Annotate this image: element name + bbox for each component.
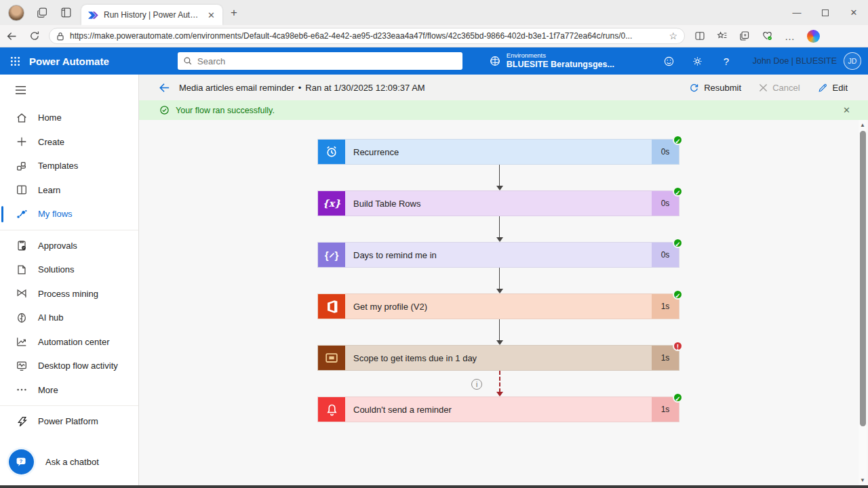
- sidebar-item-label: Automation center: [38, 337, 110, 347]
- sidebar-item-label: Learn: [38, 185, 60, 195]
- power-platform-icon: [15, 415, 28, 428]
- address-bar[interactable]: https://make.powerautomate.com/environme…: [49, 28, 685, 44]
- edit-button[interactable]: Edit: [818, 83, 848, 93]
- browser-profile-avatar[interactable]: [8, 5, 24, 21]
- status-badge: ✓: [673, 135, 683, 145]
- sidebar-item-create[interactable]: Create: [0, 130, 138, 155]
- status-badge: ✓: [673, 238, 683, 248]
- sidebar-item-label: Create: [38, 137, 64, 147]
- sidebar-item-home[interactable]: Home: [0, 106, 138, 130]
- book-icon: [15, 184, 28, 196]
- sidebar-item-more[interactable]: More: [0, 378, 138, 403]
- more-icon: [15, 384, 28, 396]
- app-title[interactable]: Power Automate: [29, 56, 109, 67]
- vertical-scrollbar[interactable]: ▲ ▼: [859, 120, 867, 485]
- flow-step-recurrence[interactable]: Recurrence 0s ✓: [317, 139, 679, 165]
- step-label: Scope to get items due in 1 day: [345, 346, 652, 370]
- flow-step-build-table-rows[interactable]: {x} Build Table Rows 0s ✓: [317, 190, 679, 216]
- resubmit-label: Resubmit: [704, 83, 741, 93]
- split-screen-icon[interactable]: [694, 30, 705, 41]
- global-search[interactable]: [178, 52, 462, 70]
- connector-arrow: [496, 319, 503, 345]
- step-label: Recurrence: [345, 140, 652, 164]
- browser-essentials-icon[interactable]: [762, 30, 773, 41]
- status-badge: ✓: [673, 392, 683, 403]
- run-timestamp: Ran at 1/30/2025 12:09:37 AM: [305, 83, 425, 93]
- sidebar-item-label: Home: [38, 113, 62, 123]
- sidebar-item-ai-hub[interactable]: AI hub: [0, 306, 138, 330]
- cancel-button[interactable]: Cancel: [759, 83, 800, 93]
- scrollbar-thumb[interactable]: [860, 131, 866, 426]
- toolbar-overflow-icon[interactable]: …: [785, 30, 795, 42]
- info-icon[interactable]: i: [471, 379, 482, 390]
- sidebar-item-automation-center[interactable]: Automation center: [0, 330, 138, 354]
- banner-close-icon[interactable]: ✕: [843, 105, 850, 115]
- bookmark-star-icon[interactable]: ☆: [669, 30, 677, 41]
- solutions-icon: [15, 264, 28, 276]
- sidebar-item-approvals[interactable]: Approvals: [0, 234, 138, 258]
- browser-toolbar: https://make.powerautomate.com/environme…: [0, 25, 868, 47]
- status-badge: ✓: [673, 289, 683, 300]
- templates-icon: [15, 160, 28, 172]
- sidebar-item-process-mining[interactable]: Process mining: [0, 282, 138, 306]
- user-name[interactable]: John Doe | BLUESITE: [753, 56, 837, 66]
- tab-close-icon[interactable]: ✕: [205, 10, 217, 20]
- environment-name: BLUESITE Beratungsges...: [507, 60, 614, 69]
- resubmit-button[interactable]: Resubmit: [689, 83, 741, 93]
- browser-tabstrip: Run History | Power Automate ✕ + — ✕: [0, 0, 868, 25]
- bell-icon: [318, 397, 345, 422]
- browser-tab[interactable]: Run History | Power Automate ✕: [81, 5, 222, 25]
- back-icon[interactable]: [0, 30, 23, 42]
- workspaces-icon[interactable]: [37, 7, 48, 18]
- sidebar-item-templates[interactable]: Templates: [0, 154, 138, 178]
- url-text: https://make.powerautomate.com/environme…: [70, 31, 663, 41]
- chatbot-launcher[interactable]: ? Ask a chatbot: [0, 449, 138, 485]
- refresh-icon[interactable]: [23, 30, 46, 41]
- sidebar-item-label: My flows: [38, 209, 73, 219]
- ai-hub-icon: [15, 312, 28, 324]
- sidebar-item-label: Desktop flow activity: [38, 361, 118, 371]
- help-icon[interactable]: ?: [712, 56, 741, 67]
- window-close-icon[interactable]: ✕: [840, 0, 868, 25]
- flow-step-couldnt-send-reminder[interactable]: Couldn't send a reminder 1s ✓: [317, 396, 679, 422]
- sidebar-item-power-platform[interactable]: Power Platform: [0, 409, 138, 434]
- new-tab-icon[interactable]: +: [231, 6, 237, 20]
- search-input[interactable]: [197, 56, 457, 66]
- waffle-menu-icon[interactable]: [0, 56, 29, 66]
- sidebar-item-my-flows[interactable]: My flows: [0, 202, 138, 226]
- collapse-sidebar-button[interactable]: [0, 80, 138, 100]
- window-minimize-icon[interactable]: —: [783, 0, 811, 25]
- environment-picker[interactable]: Environments BLUESITE Beratungsges...: [489, 52, 655, 69]
- sidebar-item-learn[interactable]: Learn: [0, 178, 138, 203]
- sidebar-item-solutions[interactable]: Solutions: [0, 258, 138, 282]
- sidebar-item-label: Solutions: [38, 264, 74, 274]
- flow-step-days-to-remind[interactable]: {} Days to remind me in 0s ✓: [317, 242, 679, 268]
- tab-actions-icon[interactable]: [60, 7, 72, 18]
- collections-icon[interactable]: [739, 30, 750, 41]
- flow-step-scope[interactable]: Scope to get items due in 1 day 1s !: [317, 345, 679, 371]
- sidebar-item-desktop-flow-activity[interactable]: Desktop flow activity: [0, 354, 138, 378]
- status-badge: ✓: [673, 186, 683, 197]
- step-label: Days to remind me in: [345, 243, 652, 267]
- automation-center-icon: [15, 336, 28, 348]
- plus-icon: [15, 136, 28, 148]
- scroll-up-icon[interactable]: ▲: [859, 122, 867, 128]
- variable-pencil-icon: {}: [318, 243, 345, 267]
- office-logo-icon: [318, 294, 345, 319]
- feedback-smiley-icon[interactable]: [655, 56, 684, 67]
- tab-title: Run History | Power Automate: [104, 10, 200, 20]
- environment-icon: [489, 55, 501, 67]
- user-avatar[interactable]: JD: [844, 52, 861, 70]
- taskbar-edge: [0, 485, 868, 488]
- home-icon: [15, 112, 28, 124]
- favorites-icon[interactable]: [717, 30, 728, 41]
- sidebar-divider: [0, 405, 138, 406]
- chatbot-icon[interactable]: ?: [9, 449, 34, 474]
- sidebar-item-label: More: [38, 385, 58, 395]
- copilot-icon[interactable]: [807, 30, 820, 43]
- settings-gear-icon[interactable]: [684, 56, 712, 67]
- flow-step-get-my-profile[interactable]: Get my profile (V2) 1s ✓: [317, 293, 679, 319]
- scroll-down-icon[interactable]: ▼: [859, 477, 867, 483]
- window-maximize-icon[interactable]: [811, 0, 840, 25]
- back-arrow-icon[interactable]: [139, 81, 179, 94]
